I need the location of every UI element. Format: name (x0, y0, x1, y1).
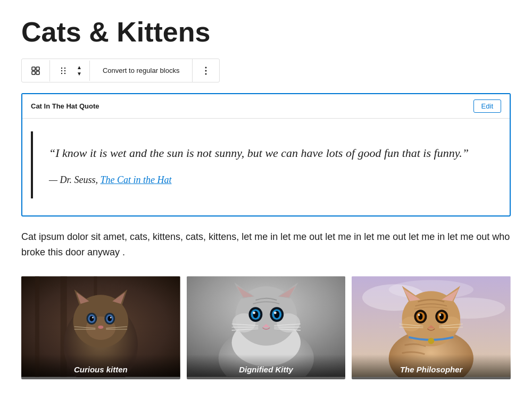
drag-handle-button[interactable] (55, 64, 71, 78)
block-title: Cat In The Hat Quote (31, 102, 99, 110)
toolbar-more-group (193, 61, 219, 81)
quote-citation: — Dr. Seuss, The Cat in the Hat (49, 174, 172, 185)
gallery-caption-2: Dignified Kitty (187, 354, 346, 379)
svg-point-32 (98, 326, 103, 329)
svg-rect-0 (32, 67, 35, 70)
reusable-block: Cat In The Hat Quote Edit “I know it is … (21, 93, 511, 217)
svg-point-5 (64, 67, 65, 68)
gallery-caption-3: The Philosopher (352, 354, 511, 379)
svg-point-83 (428, 337, 435, 344)
quote-text: “I know it is wet and the sun is not sun… (49, 144, 485, 162)
svg-point-10 (205, 66, 207, 68)
svg-point-8 (61, 72, 62, 73)
svg-point-4 (61, 67, 62, 68)
move-up-button[interactable]: ▲ (74, 64, 84, 71)
toolbar-convert-group: Convert to regular blocks (90, 59, 193, 82)
gallery-item: Dignified Kitty (187, 276, 346, 379)
svg-point-29 (107, 316, 112, 321)
more-options-button[interactable] (198, 64, 214, 78)
svg-point-31 (110, 317, 112, 318)
page-title: Cats & Kittens (21, 16, 511, 48)
block-toolbar: ▲ ▼ Convert to regular blocks (21, 59, 220, 82)
image-gallery: Curious kitten (21, 276, 511, 379)
svg-point-53 (253, 311, 255, 314)
svg-point-81 (439, 314, 442, 316)
block-header: Cat In The Hat Quote Edit (22, 94, 510, 119)
toolbar-block-icon-group (22, 60, 50, 81)
move-down-button[interactable]: ▼ (74, 71, 84, 77)
svg-rect-1 (36, 67, 39, 70)
svg-point-28 (89, 316, 94, 321)
toolbar-drag-group: ▲ ▼ (50, 61, 90, 81)
block-icon-button[interactable] (27, 63, 44, 78)
svg-rect-3 (36, 71, 39, 74)
svg-point-6 (61, 70, 62, 71)
svg-point-12 (205, 73, 207, 74)
svg-point-54 (273, 311, 276, 314)
svg-point-7 (64, 70, 65, 71)
svg-point-30 (92, 317, 94, 318)
citation-link[interactable]: The Cat in the Hat (101, 174, 172, 185)
svg-rect-2 (32, 71, 35, 74)
gallery-caption-1: Curious kitten (21, 354, 180, 379)
citation-prefix: — Dr. Seuss, (49, 174, 101, 185)
edit-button[interactable]: Edit (473, 99, 501, 113)
svg-point-80 (418, 314, 420, 316)
svg-point-11 (205, 70, 207, 71)
gallery-item: The Philosopher (352, 276, 511, 379)
move-arrows: ▲ ▼ (74, 64, 84, 77)
svg-point-9 (64, 72, 65, 73)
body-text: Cat ipsum dolor sit amet, cats, kittens,… (21, 229, 511, 260)
convert-label: Convert to regular blocks (95, 62, 187, 79)
gallery-item: Curious kitten (21, 276, 180, 379)
quote-block: “I know it is wet and the sun is not sun… (31, 131, 501, 198)
